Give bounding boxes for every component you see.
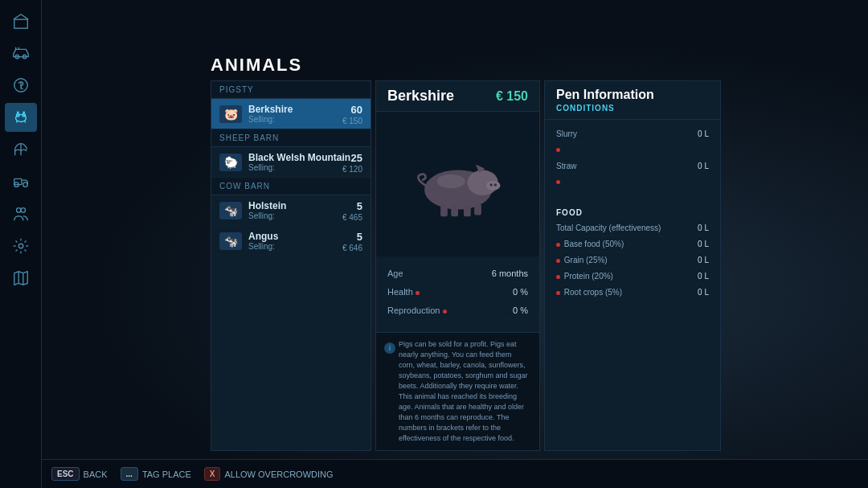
pen-base-food-value: 0 L: [698, 240, 709, 248]
info-icon: i: [384, 342, 395, 354]
stat-reproduction-label: Reproduction: [387, 306, 447, 315]
animal-3d-view: [376, 112, 539, 256]
crops-icon: [12, 141, 30, 158]
x-badge: X: [204, 467, 221, 481]
health-indicator: [416, 291, 420, 295]
sidebar-item-machinery[interactable]: [5, 167, 37, 196]
sidebar-item-workers[interactable]: [5, 199, 37, 228]
animal-holstein-name: Holstein: [248, 200, 362, 211]
animal-angus-count: 5: [357, 231, 362, 243]
money-icon: [12, 76, 30, 94]
stat-row-reproduction: Reproduction 0 %: [387, 301, 528, 320]
root-crops-indicator: [556, 291, 560, 295]
animal-blackwelsh-name: Black Welsh Mountain: [248, 152, 362, 163]
section-header-sheep: SHEEP BARN: [211, 129, 371, 147]
svg-rect-21: [474, 204, 481, 215]
stat-age-label: Age: [387, 269, 403, 278]
stat-health-value: 0 %: [513, 287, 528, 297]
sidebar: [0, 0, 42, 488]
pig-3d-model: [402, 144, 514, 224]
svg-rect-0: [14, 19, 27, 28]
svg-point-17: [493, 183, 497, 187]
stat-age-value: 6 months: [492, 269, 528, 278]
holstein-icon: 🐄: [219, 202, 242, 219]
back-label: BACK: [84, 470, 108, 479]
pen-stat-root-crops: Root crops (5%) 0 L: [556, 285, 709, 301]
overcrowding-label: ALLOW OVERCROWDING: [224, 470, 333, 479]
pen-stat-grain: Grain (25%) 0 L: [556, 252, 709, 269]
bottom-bar: ESC BACK ... TAG PLACE X ALLOW OVERCROWD…: [42, 459, 868, 488]
angus-icon: 🐄: [219, 232, 242, 250]
sidebar-item-animals[interactable]: [5, 103, 37, 132]
sidebar-item-money[interactable]: [5, 71, 37, 100]
pen-straw-value: 0 L: [698, 162, 709, 170]
animal-item-berkshire[interactable]: 🐷 Berkshire Selling: 60 € 150: [211, 99, 371, 129]
animal-item-black-welsh[interactable]: 🐑 Black Welsh Mountain Selling: 25 € 120: [211, 147, 371, 178]
pen-food-section: FOOD Total Capacity (effectiveness) 0 L …: [545, 202, 720, 307]
svg-point-8: [23, 182, 27, 187]
svg-point-16: [489, 183, 493, 187]
straw-indicator: [556, 180, 560, 184]
info-text: Pigs can be sold for a profit. Pigs eat …: [399, 340, 528, 442]
pen-stat-base-food: Base food (50%) 0 L: [556, 236, 709, 252]
pen-straw-label: Straw: [556, 162, 577, 170]
pen-root-crops-label: Root crops (5%): [556, 288, 622, 297]
sidebar-item-farm[interactable]: [5, 6, 37, 35]
svg-rect-18: [440, 205, 448, 216]
pen-conditions-section: Slurry 0 L Straw 0 L: [545, 120, 720, 202]
protein-indicator: [556, 275, 560, 279]
base-food-indicator: [556, 243, 560, 247]
grain-indicator: [556, 259, 560, 263]
tag-badge: ...: [121, 467, 138, 481]
sidebar-item-settings[interactable]: [5, 232, 37, 260]
svg-point-11: [21, 208, 26, 213]
pen-total-cap-label: Total Capacity (effectiveness): [556, 223, 661, 232]
animal-item-holstein[interactable]: 🐄 Holstein Selling: 5 € 465: [211, 195, 371, 226]
stat-health-label: Health: [387, 287, 420, 297]
section-header-pigsty: PIGSTY: [211, 81, 371, 99]
sidebar-item-map[interactable]: [5, 264, 37, 293]
pen-stat-total-capacity: Total Capacity (effectiveness) 0 L: [556, 220, 709, 236]
sidebar-item-crops[interactable]: [5, 135, 37, 164]
tag-place-key[interactable]: ... TAG PLACE: [121, 467, 191, 481]
pig-icon: 🐷: [219, 105, 242, 123]
overcrowding-key[interactable]: X ALLOW OVERCROWDING: [204, 467, 334, 481]
pen-base-food-label: Base food (50%): [556, 240, 624, 248]
back-key[interactable]: ESC BACK: [51, 467, 108, 481]
detail-price: € 150: [496, 89, 528, 104]
pen-protein-value: 0 L: [698, 272, 709, 281]
pen-protein-label: Protein (20%): [556, 272, 613, 281]
sidebar-item-vehicle[interactable]: [5, 39, 37, 68]
esc-badge: ESC: [51, 467, 80, 481]
pen-grain-value: 0 L: [698, 256, 709, 265]
machinery-icon: [12, 173, 30, 191]
pen-slurry-value: 0 L: [698, 129, 709, 138]
svg-point-15: [486, 181, 501, 191]
pen-root-crops-value: 0 L: [698, 288, 709, 297]
sheep-icon: 🐑: [219, 154, 242, 171]
settings-icon: [12, 237, 30, 255]
map-icon: [12, 269, 30, 287]
pen-stat-straw: Straw 0 L: [556, 158, 709, 174]
svg-point-12: [18, 244, 23, 248]
animals-panel: PIGSTY 🐷 Berkshire Selling: 60 € 150 SHE…: [211, 80, 371, 451]
stat-row-age: Age 6 months: [387, 265, 528, 283]
animal-holstein-price: € 465: [342, 213, 362, 222]
stat-row-health: Health 0 %: [387, 283, 528, 301]
pen-slurry-label: Slurry: [556, 129, 577, 138]
section-header-cow: COW BARN: [211, 178, 371, 195]
pen-subtitle: CONDITIONS: [556, 104, 709, 113]
pen-header: Pen Information CONDITIONS: [545, 81, 720, 120]
vehicle-icon: [12, 44, 30, 62]
pen-panel: Pen Information CONDITIONS Slurry 0 L St…: [544, 80, 721, 451]
pen-food-title: FOOD: [556, 208, 709, 217]
workers-icon: [12, 205, 30, 223]
detail-info-box: i Pigs can be sold for a profit. Pigs ea…: [375, 332, 540, 451]
svg-rect-19: [451, 205, 458, 216]
pen-stat-protein: Protein (20%) 0 L: [556, 269, 709, 285]
animal-berkshire-price: € 150: [342, 117, 362, 125]
animals-icon: [12, 109, 30, 126]
animal-item-angus[interactable]: 🐄 Angus Selling: 5 € 646: [211, 226, 371, 256]
reproduction-indicator: [443, 310, 447, 314]
detail-header: Berkshire € 150: [376, 81, 539, 112]
